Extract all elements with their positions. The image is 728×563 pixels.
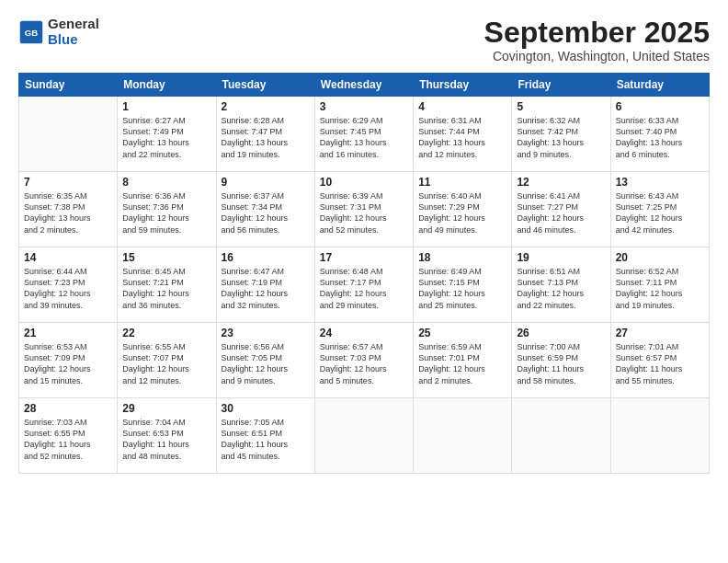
day-info: Sunrise: 6:59 AMSunset: 7:01 PMDaylight:… [418,341,506,386]
calendar-cell: 2Sunrise: 6:28 AMSunset: 7:47 PMDaylight… [216,97,314,172]
header-monday: Monday [118,74,216,97]
day-number: 17 [320,251,408,264]
logo-blue-text: Blue [48,31,78,47]
day-info: Sunrise: 6:45 AMSunset: 7:21 PMDaylight:… [122,266,210,311]
calendar-cell: 29Sunrise: 7:04 AMSunset: 6:53 PMDayligh… [118,398,216,474]
logo: GB General Blue [18,17,99,47]
day-info: Sunrise: 6:44 AMSunset: 7:23 PMDaylight:… [24,266,112,311]
day-number: 29 [122,402,210,415]
header-sunday: Sunday [19,74,118,97]
calendar-week-row: 28Sunrise: 7:03 AMSunset: 6:55 PMDayligh… [19,398,710,474]
calendar-cell [314,398,413,474]
calendar-header-row: Sunday Monday Tuesday Wednesday Thursday… [19,74,710,97]
day-info: Sunrise: 6:41 AMSunset: 7:27 PMDaylight:… [517,190,605,236]
day-info: Sunrise: 7:05 AMSunset: 6:51 PMDaylight:… [222,417,310,462]
day-info: Sunrise: 6:53 AMSunset: 7:09 PMDaylight:… [24,341,112,386]
day-info: Sunrise: 6:57 AMSunset: 7:03 PMDaylight:… [320,341,408,386]
day-info: Sunrise: 6:47 AMSunset: 7:19 PMDaylight:… [222,266,310,311]
day-number: 15 [122,251,210,264]
header-saturday: Saturday [610,74,709,97]
calendar-week-row: 1Sunrise: 6:27 AMSunset: 7:49 PMDaylight… [19,97,710,172]
calendar-cell: 4Sunrise: 6:31 AMSunset: 7:44 PMDaylight… [414,97,512,172]
calendar-cell: 26Sunrise: 7:00 AMSunset: 6:59 PMDayligh… [512,323,610,398]
calendar-cell [414,398,512,474]
day-number: 12 [517,176,605,189]
calendar-week-row: 21Sunrise: 6:53 AMSunset: 7:09 PMDayligh… [19,323,710,398]
day-number: 1 [122,100,210,113]
day-number: 22 [122,327,210,339]
day-info: Sunrise: 6:48 AMSunset: 7:17 PMDaylight:… [320,266,408,311]
calendar-cell: 30Sunrise: 7:05 AMSunset: 6:51 PMDayligh… [216,398,314,474]
calendar-cell [19,97,118,172]
calendar-table: Sunday Monday Tuesday Wednesday Thursday… [18,73,710,474]
day-number: 8 [122,176,210,189]
day-info: Sunrise: 7:01 AMSunset: 6:57 PMDaylight:… [616,341,704,386]
calendar-cell: 17Sunrise: 6:48 AMSunset: 7:17 PMDayligh… [314,247,413,323]
calendar-cell: 7Sunrise: 6:35 AMSunset: 7:38 PMDaylight… [19,172,118,247]
day-number: 30 [222,402,310,415]
header-tuesday: Tuesday [216,74,314,97]
calendar-cell: 19Sunrise: 6:51 AMSunset: 7:13 PMDayligh… [512,247,610,323]
logo-icon: GB [18,19,44,45]
day-number: 10 [320,176,408,189]
calendar-cell: 1Sunrise: 6:27 AMSunset: 7:49 PMDaylight… [118,97,216,172]
day-number: 28 [24,402,112,415]
day-info: Sunrise: 6:40 AMSunset: 7:29 PMDaylight:… [418,190,506,236]
day-number: 24 [320,327,408,339]
calendar-cell: 22Sunrise: 6:55 AMSunset: 7:07 PMDayligh… [118,323,216,398]
day-number: 6 [616,100,704,113]
calendar-cell: 18Sunrise: 6:49 AMSunset: 7:15 PMDayligh… [414,247,512,323]
day-number: 25 [418,327,506,339]
day-info: Sunrise: 6:28 AMSunset: 7:47 PMDaylight:… [222,115,310,160]
day-info: Sunrise: 6:32 AMSunset: 7:42 PMDaylight:… [517,115,605,160]
day-number: 18 [418,251,506,264]
calendar-cell: 14Sunrise: 6:44 AMSunset: 7:23 PMDayligh… [19,247,118,323]
day-number: 14 [24,251,112,264]
calendar-cell: 5Sunrise: 6:32 AMSunset: 7:42 PMDaylight… [512,97,610,172]
day-info: Sunrise: 6:27 AMSunset: 7:49 PMDaylight:… [122,115,210,160]
calendar-cell: 16Sunrise: 6:47 AMSunset: 7:19 PMDayligh… [216,247,314,323]
day-number: 27 [616,327,704,339]
header-friday: Friday [512,74,610,97]
day-info: Sunrise: 7:04 AMSunset: 6:53 PMDaylight:… [122,417,210,462]
title-block: September 2025 Covington, Washington, Un… [484,17,710,63]
location-text: Covington, Washington, United States [484,49,710,63]
day-info: Sunrise: 6:52 AMSunset: 7:11 PMDaylight:… [616,266,704,311]
calendar-cell: 13Sunrise: 6:43 AMSunset: 7:25 PMDayligh… [610,172,709,247]
day-number: 19 [517,251,605,264]
day-number: 3 [320,100,408,113]
day-number: 2 [222,100,310,113]
day-number: 16 [222,251,310,264]
day-info: Sunrise: 6:29 AMSunset: 7:45 PMDaylight:… [320,115,408,160]
day-info: Sunrise: 7:03 AMSunset: 6:55 PMDaylight:… [24,417,112,462]
day-info: Sunrise: 6:39 AMSunset: 7:31 PMDaylight:… [320,190,408,236]
calendar-cell: 25Sunrise: 6:59 AMSunset: 7:01 PMDayligh… [414,323,512,398]
calendar-cell: 3Sunrise: 6:29 AMSunset: 7:45 PMDaylight… [314,97,413,172]
calendar-week-row: 7Sunrise: 6:35 AMSunset: 7:38 PMDaylight… [19,172,710,247]
day-number: 26 [517,327,605,339]
calendar-cell: 15Sunrise: 6:45 AMSunset: 7:21 PMDayligh… [118,247,216,323]
calendar-cell: 11Sunrise: 6:40 AMSunset: 7:29 PMDayligh… [414,172,512,247]
day-info: Sunrise: 6:56 AMSunset: 7:05 PMDaylight:… [222,341,310,386]
day-number: 9 [222,176,310,189]
day-number: 11 [418,176,506,189]
day-number: 5 [517,100,605,113]
day-number: 21 [24,327,112,339]
logo-general-text: General [48,16,99,31]
calendar-cell [512,398,610,474]
calendar-cell: 10Sunrise: 6:39 AMSunset: 7:31 PMDayligh… [314,172,413,247]
svg-text:GB: GB [25,27,38,37]
day-number: 13 [616,176,704,189]
calendar-cell: 20Sunrise: 6:52 AMSunset: 7:11 PMDayligh… [610,247,709,323]
calendar-cell: 8Sunrise: 6:36 AMSunset: 7:36 PMDaylight… [118,172,216,247]
day-info: Sunrise: 7:00 AMSunset: 6:59 PMDaylight:… [517,341,605,386]
calendar-cell: 28Sunrise: 7:03 AMSunset: 6:55 PMDayligh… [19,398,118,474]
day-info: Sunrise: 6:37 AMSunset: 7:34 PMDaylight:… [222,190,310,236]
day-number: 23 [222,327,310,339]
day-info: Sunrise: 6:49 AMSunset: 7:15 PMDaylight:… [418,266,506,311]
day-info: Sunrise: 6:35 AMSunset: 7:38 PMDaylight:… [24,190,112,236]
calendar-cell: 21Sunrise: 6:53 AMSunset: 7:09 PMDayligh… [19,323,118,398]
page-header: GB General Blue September 2025 Covington… [18,17,710,63]
calendar-week-row: 14Sunrise: 6:44 AMSunset: 7:23 PMDayligh… [19,247,710,323]
day-info: Sunrise: 6:36 AMSunset: 7:36 PMDaylight:… [122,190,210,236]
